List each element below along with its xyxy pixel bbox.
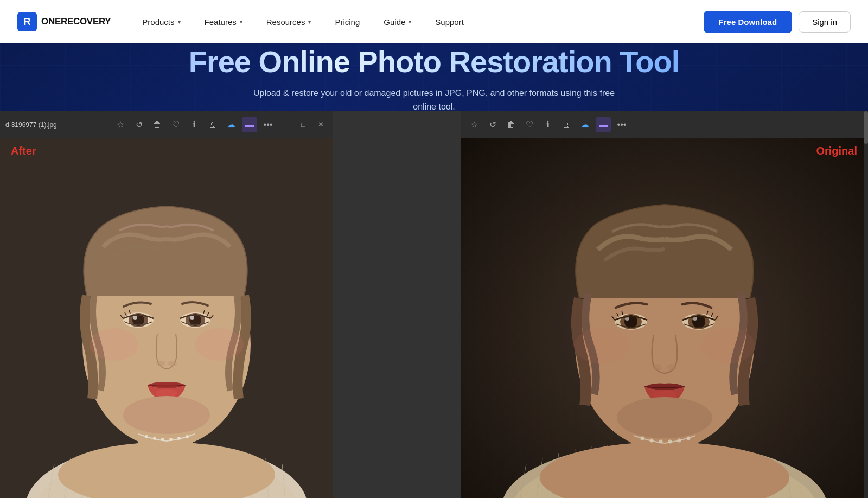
nav-menu: Products ▾ Features ▾ Resources ▾ Pricin… — [132, 13, 703, 31]
viewer-right-panel: ☆ ↺ 🗑 ♡ ℹ 🖨 ☁ ▬ ••• Original — [461, 111, 868, 498]
svg-point-40 — [145, 435, 148, 438]
products-arrow-icon: ▾ — [178, 19, 181, 25]
minimize-button[interactable]: — — [279, 118, 293, 132]
resources-arrow-icon: ▾ — [308, 19, 311, 25]
window-controls-left: — □ ✕ — [279, 118, 328, 132]
nav-products[interactable]: Products ▾ — [132, 13, 190, 31]
right-portrait-image — [461, 138, 868, 498]
svg-point-88 — [650, 439, 654, 443]
logo-text: ONERECOVERY — [41, 16, 111, 27]
left-portrait-image — [0, 138, 333, 498]
hero-title: Free Online Photo Restoration Tool — [189, 45, 680, 79]
right-cloud-icon[interactable]: ☁ — [577, 117, 592, 132]
free-download-button[interactable]: Free Download — [704, 11, 793, 33]
print-icon[interactable]: 🖨 — [205, 117, 220, 132]
hero-subtitle: Upload & restore your old or damaged pic… — [250, 86, 618, 114]
right-trash-icon[interactable]: 🗑 — [503, 117, 519, 132]
svg-rect-86 — [461, 138, 868, 498]
trash-icon[interactable]: 🗑 — [150, 117, 165, 132]
right-image-area — [461, 138, 868, 498]
logo[interactable]: R ONERECOVERY — [17, 12, 111, 31]
navbar: R ONERECOVERY Products ▾ Features ▾ Reso… — [0, 0, 868, 43]
viewer-left-panel: d-3196977 (1).jpg ☆ ↺ 🗑 ♡ ℹ 🖨 ☁ ▬ ••• — … — [0, 111, 333, 498]
right-purple-rect-icon[interactable]: ▬ — [596, 117, 611, 132]
svg-point-92 — [687, 437, 691, 440]
scrollbar-thumb[interactable] — [864, 111, 868, 144]
nav-support[interactable]: Support — [425, 13, 474, 31]
svg-point-89 — [659, 440, 663, 444]
svg-point-45 — [186, 435, 189, 438]
scrollbar[interactable] — [864, 111, 868, 498]
sign-in-button[interactable]: Sign in — [799, 11, 851, 33]
svg-point-42 — [161, 438, 164, 441]
right-print-icon[interactable]: 🖨 — [559, 117, 574, 132]
svg-point-43 — [169, 438, 173, 441]
nav-pricing[interactable]: Pricing — [325, 13, 369, 31]
nav-resources[interactable]: Resources ▾ — [257, 13, 321, 31]
right-rotate-icon[interactable]: ↺ — [485, 117, 500, 132]
nav-guide[interactable]: Guide ▾ — [374, 13, 421, 31]
left-image-area — [0, 138, 333, 498]
info-icon[interactable]: ℹ — [187, 117, 202, 132]
close-button[interactable]: ✕ — [314, 118, 328, 132]
cloud-icon[interactable]: ☁ — [224, 117, 239, 132]
svg-point-44 — [177, 437, 181, 440]
right-toolbar: ☆ ↺ 🗑 ♡ ℹ 🖨 ☁ ▬ ••• — [461, 111, 868, 138]
viewer-area: d-3196977 (1).jpg ☆ ↺ 🗑 ♡ ℹ 🖨 ☁ ▬ ••• — … — [0, 111, 868, 498]
right-info-icon[interactable]: ℹ — [540, 117, 556, 132]
maximize-button[interactable]: □ — [296, 118, 310, 132]
purple-rect-icon[interactable]: ▬ — [242, 117, 257, 132]
nav-features[interactable]: Features ▾ — [195, 13, 252, 31]
right-star-icon[interactable]: ☆ — [467, 117, 482, 132]
features-arrow-icon: ▾ — [240, 19, 242, 25]
svg-point-91 — [678, 439, 681, 443]
heart-icon[interactable]: ♡ — [168, 117, 183, 132]
logo-icon: R — [17, 12, 37, 31]
star-icon[interactable]: ☆ — [113, 117, 128, 132]
original-label: Original — [816, 145, 857, 157]
navbar-actions: Free Download Sign in — [704, 11, 851, 33]
svg-point-87 — [641, 437, 644, 440]
guide-arrow-icon: ▾ — [409, 19, 411, 25]
svg-point-90 — [668, 440, 672, 444]
more-icon[interactable]: ••• — [260, 117, 276, 132]
left-toolbar: d-3196977 (1).jpg ☆ ↺ 🗑 ♡ ℹ 🖨 ☁ ▬ ••• — … — [0, 111, 333, 138]
right-heart-icon[interactable]: ♡ — [522, 117, 537, 132]
panel-divider — [333, 111, 461, 498]
svg-point-41 — [153, 437, 156, 440]
right-more-icon[interactable]: ••• — [614, 117, 629, 132]
filename-label: d-3196977 (1).jpg — [5, 121, 110, 129]
svg-rect-39 — [0, 138, 333, 498]
after-label: After — [11, 145, 36, 157]
rotate-icon[interactable]: ↺ — [131, 117, 146, 132]
